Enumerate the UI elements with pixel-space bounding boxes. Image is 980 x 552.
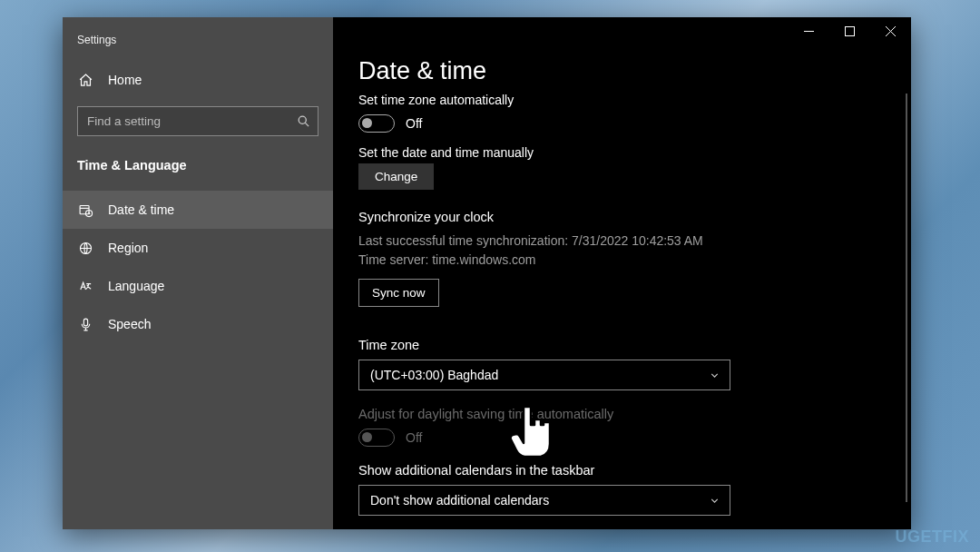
sync-header: Synchronize your clock: [358, 210, 886, 224]
auto-timezone-label: Set time zone automatically: [358, 93, 886, 107]
auto-timezone-state: Off: [406, 116, 422, 131]
scrollbar[interactable]: [906, 94, 907, 502]
maximize-button[interactable]: [829, 17, 870, 44]
sidebar-item-label: Speech: [108, 317, 151, 331]
sidebar-item-language[interactable]: Language: [63, 267, 333, 305]
change-button[interactable]: Change: [358, 163, 434, 190]
svg-point-0: [299, 116, 306, 123]
timezone-select[interactable]: (UTC+03:00) Baghdad: [358, 360, 730, 390]
content-pane: Date & time Set time zone automatically …: [333, 17, 911, 529]
home-button[interactable]: Home: [63, 63, 333, 97]
calendar-clock-icon: [77, 202, 93, 218]
home-label: Home: [108, 73, 142, 87]
app-title: Settings: [63, 28, 333, 63]
auto-timezone-toggle[interactable]: [358, 114, 395, 133]
dst-toggle: [358, 429, 395, 447]
globe-icon: [77, 241, 93, 256]
sidebar-item-label: Language: [108, 279, 164, 293]
sidebar-item-label: Date & time: [108, 202, 174, 217]
chevron-down-icon: [709, 370, 720, 381]
svg-rect-8: [846, 26, 855, 35]
language-icon: [77, 279, 93, 294]
dst-label: Adjust for daylight saving time automati…: [358, 407, 886, 421]
calendars-select[interactable]: Don't show additional calendars: [358, 485, 730, 516]
category-header: Time & Language: [63, 149, 333, 191]
search-input[interactable]: [87, 114, 297, 128]
settings-window: Settings Home Time & Language Date & tim…: [63, 17, 911, 529]
svg-rect-6: [83, 319, 87, 326]
svg-rect-2: [80, 205, 89, 213]
calendars-header: Show additional calendars in the taskbar: [358, 463, 886, 478]
sync-server-line: Time server: time.windows.com: [358, 251, 886, 270]
sync-now-button[interactable]: Sync now: [358, 279, 439, 307]
microphone-icon: [77, 317, 93, 332]
home-icon: [77, 73, 93, 88]
timezone-value: (UTC+03:00) Baghdad: [370, 368, 498, 382]
sidebar-item-speech[interactable]: Speech: [63, 305, 333, 343]
page-title: Date & time: [358, 57, 886, 85]
sidebar-item-date-time[interactable]: Date & time: [63, 191, 333, 229]
svg-line-1: [305, 123, 309, 126]
minimize-button[interactable]: [789, 17, 829, 44]
titlebar-controls: [789, 17, 911, 44]
sidebar: Settings Home Time & Language Date & tim…: [63, 17, 333, 529]
sidebar-item-label: Region: [108, 241, 148, 255]
sync-last-line: Last successful time synchronization: 7/…: [358, 232, 886, 251]
sidebar-item-region[interactable]: Region: [63, 229, 333, 267]
search-box[interactable]: [77, 106, 318, 136]
calendars-value: Don't show additional calendars: [370, 493, 549, 508]
close-button[interactable]: [870, 17, 911, 44]
dst-state: Off: [406, 430, 422, 445]
manual-datetime-label: Set the date and time manually: [358, 145, 886, 160]
search-icon: [297, 114, 310, 128]
timezone-header: Time zone: [358, 338, 886, 352]
chevron-down-icon: [709, 495, 720, 507]
watermark: UGETFIX: [895, 527, 969, 547]
